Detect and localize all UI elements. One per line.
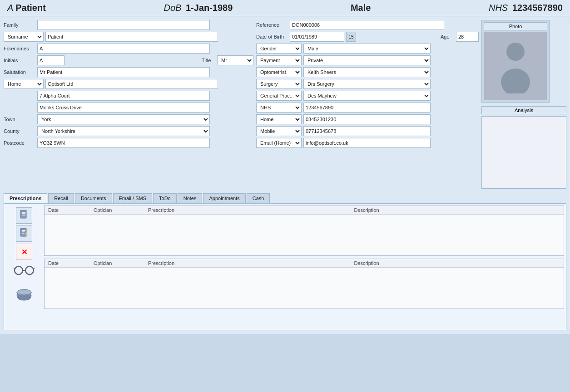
surname-input[interactable] <box>45 32 218 42</box>
svg-line-15 <box>34 268 35 269</box>
email-select[interactable]: Email (Home) <box>256 138 302 148</box>
photo-button[interactable]: Photo <box>484 22 547 30</box>
salutation-row: Salutation <box>4 67 253 77</box>
initials-input[interactable] <box>37 55 64 65</box>
analysis-button[interactable]: Analysis <box>481 106 566 114</box>
tab-cash[interactable]: Cash <box>247 193 270 203</box>
optometrist-select[interactable]: Optometrist <box>256 67 302 77</box>
family-label: Family <box>4 22 35 28</box>
forenames-label: Forenames <box>4 46 35 51</box>
main-content: Family Surname Forenames Initials Title <box>0 16 570 334</box>
reference-label: Reference <box>256 22 288 28</box>
email-input[interactable] <box>303 138 431 148</box>
postcode-input[interactable] <box>37 138 210 148</box>
tab-notes[interactable]: Notes <box>178 193 203 203</box>
svg-point-11 <box>15 266 23 274</box>
tab-prescriptions[interactable]: Prescriptions <box>4 193 47 203</box>
gender-value-select[interactable]: Male Female <box>303 44 431 54</box>
dob-input[interactable] <box>290 32 344 42</box>
col-mid: Reference Date of Birth 15 Age Gender Ma… <box>256 20 479 189</box>
gender-row: Gender Male Female <box>256 44 479 54</box>
header-bar: A Patient DoB 1-Jan-1989 Male NHS 123456… <box>0 0 570 16</box>
col-prescription-2: Prescription <box>148 260 354 266</box>
surgery-value-select[interactable]: Drs Surgery <box>303 79 431 89</box>
col-left: Family Surname Forenames Initials Title <box>4 20 253 189</box>
nhs-input[interactable] <box>303 103 431 113</box>
tab-email-sms[interactable]: Email / SMS <box>113 193 153 203</box>
optometrist-value-select[interactable]: Keith Sheers <box>303 67 431 77</box>
svg-point-0 <box>506 43 525 61</box>
presc-table1-body <box>45 215 564 255</box>
payment-row: Payment Private NHS <box>256 55 479 65</box>
gp-value-select[interactable]: Des Mayhew <box>303 91 431 101</box>
prescription-tables: Date Optician Prescription Description D… <box>44 206 564 309</box>
svg-point-17 <box>17 289 31 295</box>
delete-prescription-button[interactable]: ✕ <box>16 244 32 260</box>
patient-title: A Patient <box>7 3 46 13</box>
edit-prescription-button[interactable] <box>16 225 32 242</box>
payment-value-select[interactable]: Private NHS <box>303 55 431 65</box>
home-select[interactable]: Home <box>256 114 302 124</box>
gp-select[interactable]: General Prac.. <box>256 91 302 101</box>
dob-label: DoB <box>164 3 181 13</box>
family-row: Family <box>4 20 253 30</box>
address2-input[interactable] <box>37 103 210 113</box>
reference-input[interactable] <box>290 20 444 30</box>
delete-x-icon: ✕ <box>21 248 27 256</box>
payment-select[interactable]: Payment <box>256 55 302 65</box>
patient-name: Patient <box>15 3 46 13</box>
surname-type-select[interactable]: Surname <box>4 32 44 42</box>
prescription-table-1: Date Optician Prescription Description <box>44 206 564 256</box>
forenames-input[interactable] <box>37 44 210 54</box>
initials-row: Initials Title Mr Mrs Ms Dr <box>4 55 253 65</box>
surname-row: Surname <box>4 32 253 42</box>
calendar-button[interactable]: 15 <box>346 32 356 42</box>
mobile-input[interactable] <box>303 126 431 136</box>
gender-value: Male <box>351 3 371 13</box>
glasses-svg <box>14 265 35 275</box>
title-label: Title <box>202 58 215 63</box>
family-input[interactable] <box>37 20 210 30</box>
gp-row: General Prac.. Des Mayhew <box>256 91 479 101</box>
presc-table2-header: Date Optician Prescription Description <box>45 259 564 268</box>
town-row: Town York <box>4 114 253 124</box>
col-prescription-1: Prescription <box>148 207 354 213</box>
tab-recall[interactable]: Recall <box>48 193 74 203</box>
dob-form-label: Date of Birth <box>256 34 288 39</box>
title-select[interactable]: Mr Mrs Ms Dr <box>217 55 253 65</box>
tab-todo[interactable]: ToDo <box>153 193 177 203</box>
database-icon <box>16 289 32 305</box>
tab-appointments[interactable]: Appointments <box>203 193 245 203</box>
db-svg <box>16 289 32 303</box>
county-label: County <box>4 128 35 134</box>
town-select[interactable]: York <box>37 114 210 124</box>
patient-prefix: A <box>7 3 13 13</box>
town-label: Town <box>4 117 35 122</box>
svg-line-14 <box>14 268 15 269</box>
surgery-select[interactable]: Surgery <box>256 79 302 89</box>
address2-row <box>4 103 253 113</box>
gender-section: Male <box>351 3 371 13</box>
photo-box: Photo <box>481 20 550 103</box>
address1-row <box>4 91 253 101</box>
new-prescription-button[interactable] <box>16 207 32 224</box>
address1-input[interactable] <box>37 91 210 101</box>
col-description-2: Description <box>354 260 560 266</box>
tabs-area: Prescriptions Recall Documents Email / S… <box>4 193 566 330</box>
svg-point-1 <box>501 69 530 93</box>
mobile-select[interactable]: Mobile <box>256 126 302 136</box>
county-select[interactable]: North Yorkshire <box>37 126 210 136</box>
address-company-input[interactable] <box>45 79 218 89</box>
age-input[interactable] <box>456 32 479 42</box>
tab-documents[interactable]: Documents <box>75 193 112 203</box>
address-type-select[interactable]: Home Work <box>4 79 44 89</box>
presc-table1-header: Date Optician Prescription Description <box>45 206 564 215</box>
nhs-section: NHS 1234567890 <box>489 3 563 13</box>
gender-select[interactable]: Gender <box>256 44 302 54</box>
nhs-type-select[interactable]: NHS <box>256 103 302 113</box>
col-right: Photo Analysis <box>481 20 566 189</box>
postcode-label: Postcode <box>4 140 35 146</box>
salutation-input[interactable] <box>37 67 210 77</box>
col-optician-1: Optician <box>94 207 148 213</box>
home-phone-input[interactable] <box>303 114 431 124</box>
